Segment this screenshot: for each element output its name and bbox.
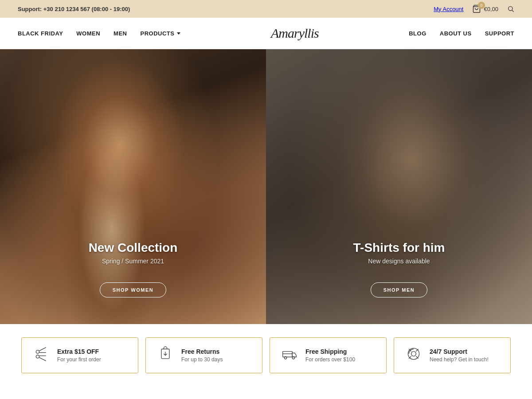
feature-shipping-title: Free Shipping xyxy=(305,348,355,355)
hero-panel-women: New Collection Spring / Summer 2021 SHOP… xyxy=(0,49,266,324)
feature-support-title: 24/7 Support xyxy=(430,348,489,355)
nav-men[interactable]: MEN xyxy=(113,30,127,37)
nav-women[interactable]: WOMEN xyxy=(76,30,100,37)
feature-returns-desc: For up to 30 days xyxy=(181,356,223,363)
feature-support-desc: Need help? Get in touch! xyxy=(430,356,489,363)
returns-icon xyxy=(156,346,174,365)
feature-returns: Free Returns For up to 30 days xyxy=(145,337,262,373)
nav-products[interactable]: PRODUCTS xyxy=(140,30,180,37)
feature-support-text: 24/7 Support Need help? Get in touch! xyxy=(430,348,489,363)
shop-men-button[interactable]: SHOP MEN xyxy=(371,282,427,297)
nav-blog[interactable]: BLOG xyxy=(409,30,426,37)
nav-left: BLACK FRIDAY WOMEN MEN PRODUCTS xyxy=(18,30,180,37)
feature-shipping: Free Shipping For orders over $100 xyxy=(270,337,387,373)
support-phone: +30 210 1234 567 (08:00 - 19:00) xyxy=(43,6,130,12)
shipping-icon xyxy=(281,346,298,365)
svg-point-1 xyxy=(509,7,512,11)
main-nav: BLACK FRIDAY WOMEN MEN PRODUCTS Amarylli… xyxy=(0,18,532,49)
svg-rect-11 xyxy=(283,352,293,357)
shop-women-button[interactable]: SHOP WOMEN xyxy=(100,282,166,297)
feature-returns-text: Free Returns For up to 30 days xyxy=(181,348,223,363)
nav-support[interactable]: SUPPORT xyxy=(485,30,514,37)
top-bar: Support: +30 210 1234 567 (08:00 - 19:00… xyxy=(0,0,532,18)
feature-returns-title: Free Returns xyxy=(181,348,223,355)
svg-line-6 xyxy=(39,357,46,361)
cart-wrap[interactable]: 0 €0,00 xyxy=(472,4,498,13)
nav-right: BLOG ABOUT US SUPPORT xyxy=(409,30,514,37)
hero-women-subtitle: Spring / Summer 2021 xyxy=(89,258,178,265)
svg-point-3 xyxy=(36,350,39,353)
products-chevron-icon xyxy=(177,32,180,35)
support-icon xyxy=(405,346,422,365)
hero-men-title: T-Shirts for him xyxy=(353,241,445,255)
feature-shipping-desc: For orders over $100 xyxy=(305,356,355,363)
feature-support: 24/7 Support Need help? Get in touch! xyxy=(394,337,511,373)
feature-discount-title: Extra $15 OFF xyxy=(57,348,101,355)
hero-panel-men: T-Shirts for him New designs available S… xyxy=(266,49,532,324)
feature-shipping-text: Free Shipping For orders over $100 xyxy=(305,348,355,363)
support-text: Support: +30 210 1234 567 (08:00 - 19:00… xyxy=(18,6,130,12)
search-icon[interactable] xyxy=(507,5,514,12)
hero-women-overlay: New Collection Spring / Summer 2021 xyxy=(89,241,178,274)
hero-men-subtitle: New designs available xyxy=(353,258,445,265)
scissors-icon xyxy=(32,346,50,365)
logo[interactable]: Amaryllis xyxy=(271,26,319,41)
feature-discount-desc: For your first order xyxy=(57,356,101,363)
hero-women-title: New Collection xyxy=(89,241,178,255)
cart-price: €0,00 xyxy=(484,6,498,12)
svg-point-4 xyxy=(36,355,39,358)
nav-black-friday[interactable]: BLACK FRIDAY xyxy=(18,30,63,37)
features-bar: Extra $15 OFF For your first order Free … xyxy=(0,324,532,387)
hero-men-overlay: T-Shirts for him New designs available xyxy=(353,241,445,274)
hero-section: New Collection Spring / Summer 2021 SHOP… xyxy=(0,49,532,324)
my-account-link[interactable]: My Account xyxy=(434,6,463,12)
svg-line-5 xyxy=(39,348,46,351)
svg-point-16 xyxy=(411,352,416,356)
top-bar-right: My Account 0 €0,00 xyxy=(434,4,514,13)
cart-badge: 0 xyxy=(478,2,485,9)
feature-discount-text: Extra $15 OFF For your first order xyxy=(57,348,101,363)
support-label: Support: xyxy=(18,6,42,12)
nav-about-us[interactable]: ABOUT US xyxy=(440,30,472,37)
svg-line-2 xyxy=(512,10,514,12)
feature-discount: Extra $15 OFF For your first order xyxy=(21,337,138,373)
